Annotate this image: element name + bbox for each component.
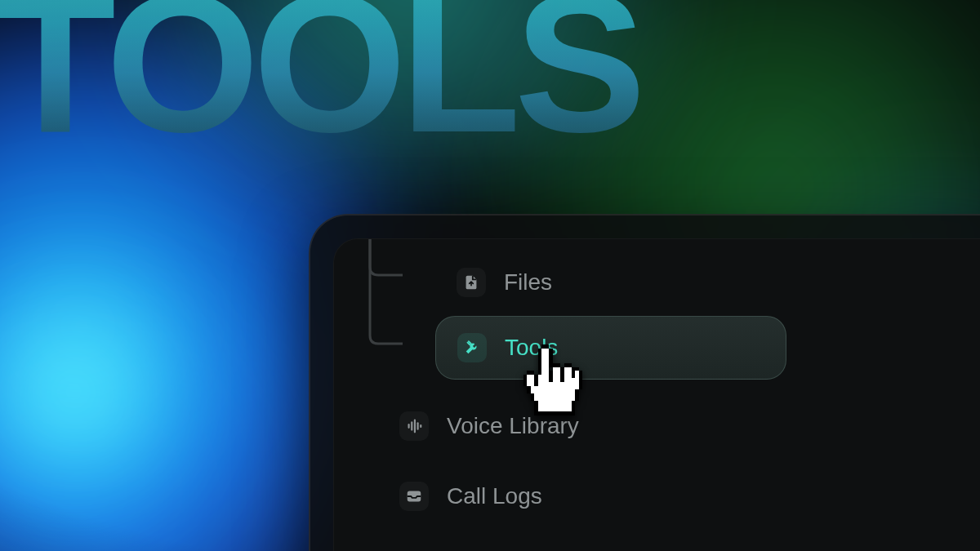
- waveform-icon: [399, 411, 429, 441]
- sidebar-item-files[interactable]: Files: [435, 254, 786, 311]
- inbox-icon: [399, 482, 429, 511]
- sidebar-item-label: Tools: [505, 335, 558, 361]
- sidebar-item-tools[interactable]: Tools: [435, 316, 786, 380]
- sidebar-item-call-logs[interactable]: Call Logs: [378, 468, 803, 525]
- sidebar-item-label: Files: [504, 269, 552, 295]
- sidebar-item-label: Call Logs: [447, 483, 542, 509]
- app-window: Files Tools: [309, 214, 980, 551]
- file-icon: [457, 268, 486, 297]
- tools-icon: [457, 333, 487, 362]
- sidebar-item-voice-library[interactable]: Voice Library: [378, 398, 803, 455]
- sidebar-item-label: Voice Library: [447, 413, 579, 439]
- sidebar-list: Files Tools: [378, 254, 803, 525]
- sidebar-panel: Files Tools: [333, 238, 980, 551]
